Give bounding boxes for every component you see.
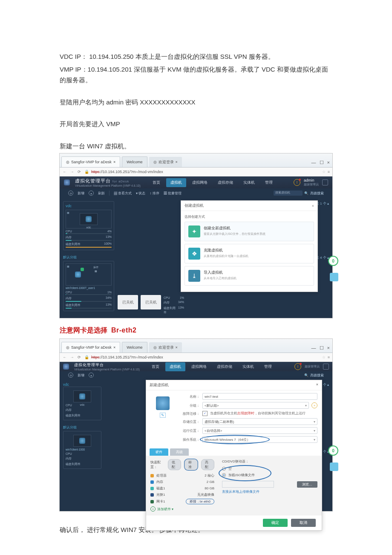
nav-manage[interactable]: 管理 bbox=[261, 178, 277, 187]
address-url-2[interactable]: https://10.194.105.251/?m=/mod-vm/index bbox=[91, 355, 320, 359]
hw-cpu-row[interactable]: 处理器2 核心 bbox=[150, 472, 214, 479]
tb-advanced-search-2[interactable]: 高级搜索 bbox=[310, 373, 324, 378]
browser-menu-icon-2[interactable]: ≡ bbox=[328, 355, 330, 359]
vm-win7client-2[interactable] bbox=[73, 435, 91, 447]
default-group-label-2[interactable]: 默认分组 bbox=[63, 424, 101, 431]
browser-tab-welcome-2[interactable]: Welcome bbox=[122, 342, 147, 353]
nav-back-icon-2[interactable]: ← bbox=[62, 355, 67, 360]
iso-path-input[interactable] bbox=[222, 481, 274, 488]
pill-high[interactable]: 高配 bbox=[201, 459, 214, 470]
browser-menu-icon[interactable]: ≡ bbox=[328, 170, 330, 174]
pill-low[interactable]: 低配 bbox=[168, 459, 181, 470]
nav-net[interactable]: 虚拟网络 bbox=[188, 178, 212, 187]
tb-refresh-label[interactable]: 刷新 bbox=[98, 191, 105, 196]
tb-status[interactable]: ▾ 状态 bbox=[136, 191, 145, 196]
upload-link[interactable]: 直接从本地上传映像文件 bbox=[222, 489, 259, 494]
tb-new-icon[interactable]: ⟳ bbox=[68, 191, 73, 196]
vm-state-off-2[interactable]: 已关机 bbox=[141, 295, 161, 309]
modal2-close-icon[interactable]: × bbox=[316, 382, 318, 388]
alert-icon-2[interactable]: ! bbox=[294, 363, 301, 370]
vdc-vm-thumb-2[interactable]: vdc bbox=[73, 390, 91, 402]
nav-reload-icon-2[interactable]: ⟳ bbox=[77, 355, 82, 360]
create-new-icon: ✦ bbox=[188, 225, 200, 237]
tb-advanced-search[interactable]: 高级搜索 bbox=[310, 191, 324, 196]
nav-manage-2[interactable]: 管理 bbox=[260, 362, 276, 371]
nav-store[interactable]: 虚拟存储 bbox=[213, 178, 237, 187]
tb-refresh-icon[interactable]: ▸ bbox=[89, 191, 94, 196]
nav-net-2[interactable]: 虚拟网络 bbox=[187, 362, 211, 371]
vm-state-off-1[interactable]: 已关机 bbox=[118, 295, 138, 309]
group-select[interactable]: <默认组> bbox=[202, 402, 309, 409]
tb-new-icon-2[interactable]: ⟳ bbox=[68, 373, 73, 378]
nav-back-icon[interactable]: ← bbox=[62, 169, 67, 174]
float-badge-zero-2[interactable]: 0 bbox=[328, 445, 338, 456]
nav-home-2[interactable]: 首页 bbox=[147, 362, 164, 371]
nav-fwd-icon[interactable]: → bbox=[69, 169, 75, 174]
window-max-icon-2[interactable]: ☐ bbox=[320, 345, 324, 351]
bookmark-icon[interactable]: ☆ bbox=[322, 170, 326, 174]
tb-new-label[interactable]: 新增 bbox=[78, 191, 84, 196]
nav-host[interactable]: 实体机 bbox=[239, 178, 259, 187]
add-group-icon[interactable]: + bbox=[311, 402, 317, 408]
hw-nic-row[interactable]: 网卡1桥接：br-eth0 bbox=[150, 498, 214, 505]
browser-tab-login[interactable]: ◎欢迎登录× bbox=[149, 157, 182, 167]
nav-vm[interactable]: 虚拟机 bbox=[166, 178, 186, 187]
bookmark-icon-2[interactable]: ☆ bbox=[322, 355, 326, 359]
browser-tab-welcome[interactable]: Welcome bbox=[122, 156, 147, 167]
float-panel-icon[interactable] bbox=[330, 273, 338, 281]
window-min-icon[interactable]: — bbox=[311, 160, 316, 165]
failover-checkbox[interactable]: ✓ bbox=[202, 411, 208, 416]
vm-win7client[interactable] bbox=[68, 266, 88, 283]
address-url[interactable]: https://10.194.105.251/?m=/mod-vm/index bbox=[91, 170, 320, 174]
alert-icon[interactable]: ! bbox=[294, 179, 300, 186]
browser-tab-vmp[interactable]: ◎Sangfor-VMP for aDesk× bbox=[61, 156, 120, 167]
hw-mem-row[interactable]: 内存2 GB bbox=[150, 479, 214, 485]
user-name: admin bbox=[304, 179, 319, 182]
vdc-card-title-2: vdc bbox=[63, 382, 101, 387]
window-close-icon[interactable]: × bbox=[327, 160, 330, 165]
window-max-icon[interactable]: ☐ bbox=[320, 160, 324, 165]
hw-disk-row[interactable]: 磁盘180 GB bbox=[150, 485, 214, 491]
runloc-select[interactable]: <自动选择> bbox=[202, 427, 317, 434]
storage-select[interactable]: 虚拟存储(二副本数) bbox=[202, 418, 317, 425]
ok-button[interactable]: 确定 bbox=[263, 519, 288, 527]
pill-standard[interactable]: 标准 bbox=[184, 459, 198, 470]
browser-tab-login-2[interactable]: ◎欢迎登录× bbox=[149, 342, 182, 353]
tab-advanced[interactable]: 高级 bbox=[170, 448, 189, 456]
option-import[interactable]: ⤓ 导入虚拟机从本地导入已有的虚拟机 bbox=[184, 266, 314, 286]
nav-fwd-icon-2[interactable]: → bbox=[69, 355, 75, 360]
quick-config-label: 快速配置： bbox=[150, 460, 164, 469]
option-create-new[interactable]: ✦ 创建全新虚拟机需要从光驱中载入ISO文件，自行安装操作系统 bbox=[184, 222, 314, 241]
search-icon[interactable]: 🔍 bbox=[304, 191, 308, 195]
add-hardware-button[interactable]: +添加硬件 ▾ bbox=[150, 506, 214, 512]
vdc-vm-thumb[interactable]: vdc bbox=[80, 213, 98, 225]
hw-cdrom-row[interactable]: 光驱1无光盘映像 bbox=[150, 491, 214, 498]
float-panel-icon-2[interactable] bbox=[330, 462, 338, 471]
browser-tab-vmp-2[interactable]: ◎Sangfor-VMP for aDesk× bbox=[61, 342, 120, 353]
logout-icon[interactable] bbox=[322, 179, 328, 185]
nav-vm-2[interactable]: 虚拟机 bbox=[165, 362, 185, 371]
nav-reload-icon[interactable]: ⟳ bbox=[77, 169, 82, 174]
window-min-icon-2[interactable]: — bbox=[311, 345, 316, 351]
window-close-icon-2[interactable]: × bbox=[327, 345, 330, 351]
modal-close-icon[interactable]: × bbox=[312, 204, 314, 208]
tb-layout[interactable]: ▦ 查看方式 bbox=[114, 191, 132, 196]
tb-refresh-icon-2[interactable]: ▸ bbox=[89, 373, 94, 378]
nav-host-2[interactable]: 实体机 bbox=[238, 362, 258, 371]
browse-button[interactable]: 浏览… bbox=[297, 481, 317, 488]
create-vm-modal: 创建虚拟机× 选择创建方式 ✦ 创建全新虚拟机需要从光驱中载入ISO文件，自行安… bbox=[181, 200, 318, 292]
logout-icon-2[interactable] bbox=[323, 364, 329, 370]
tb-batch[interactable]: ☰ 批量管理 bbox=[164, 191, 182, 196]
option-clone[interactable]: ❖ 克隆虚拟机从某有的虚拟机中克隆一台虚拟机 bbox=[184, 244, 314, 263]
tb-sort[interactable]: ↕ 排序 bbox=[150, 191, 159, 196]
default-group-label[interactable]: 默认分组 bbox=[63, 254, 114, 261]
vm-name-input[interactable]: win7-test bbox=[202, 393, 317, 400]
tb-search-input[interactable]: 搜索虚拟机 bbox=[274, 191, 303, 196]
tab-hardware[interactable]: 硬件 bbox=[150, 448, 168, 456]
search-icon-2[interactable]: 🔍 bbox=[304, 373, 308, 377]
edit-icon[interactable]: ✎ bbox=[160, 413, 166, 418]
cancel-button[interactable]: 取消 bbox=[291, 519, 316, 527]
nav-home[interactable]: 首页 bbox=[148, 178, 164, 187]
nav-store-2[interactable]: 虚拟存储 bbox=[213, 362, 236, 371]
float-badge-zero[interactable]: 0 bbox=[328, 256, 338, 266]
